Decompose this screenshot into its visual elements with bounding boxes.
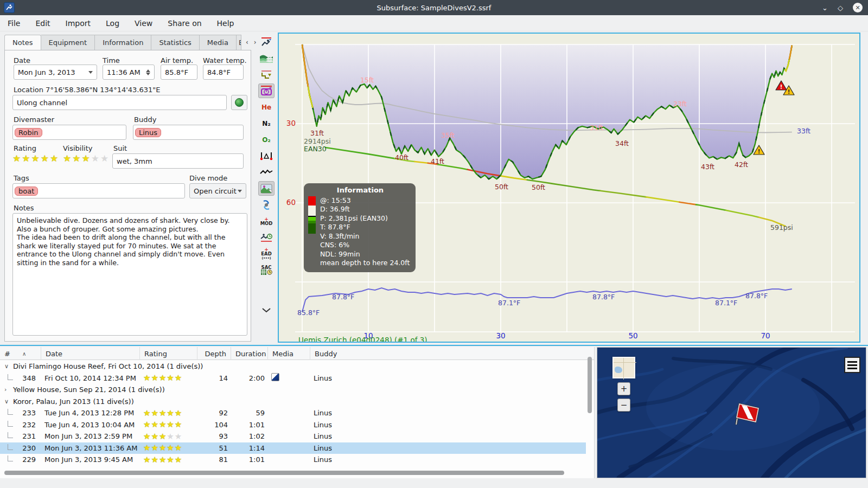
divemaster-tag[interactable]: Robin: [15, 128, 42, 137]
time-spinner-icon[interactable]: [146, 69, 150, 75]
airtemp-input[interactable]: 85.8°F: [161, 65, 197, 80]
location-label: Location 7°16'58.386"N 134°14'43.631"E: [14, 86, 160, 94]
trip-row[interactable]: ›Yellow House, Sun Sep 21, 2014 (1 dive(…: [0, 384, 586, 396]
tab-statistics[interactable]: Statistics: [151, 35, 199, 50]
buddy-tag[interactable]: Linus: [135, 128, 161, 137]
dive-row[interactable]: 233Tue Jun 4, 2013 12:28 PM★★★★★9259Linu…: [0, 407, 586, 419]
waves-button[interactable]: [258, 51, 275, 66]
dive-list-vertical-scrollbar[interactable]: [588, 357, 592, 413]
watertemp-input[interactable]: 84.8°F: [203, 65, 244, 80]
sac-button[interactable]: SAC: [258, 262, 275, 277]
menu-import[interactable]: Import: [58, 17, 98, 30]
col-header-depth[interactable]: Depth: [197, 347, 231, 360]
dc-reported-ceiling-button[interactable]: [258, 230, 275, 245]
divemode-select[interactable]: Open circuit: [189, 183, 246, 198]
calculated-ceiling-button[interactable]: [258, 67, 275, 82]
photos-button[interactable]: [258, 181, 275, 196]
map-zoom-out-button[interactable]: −: [617, 399, 630, 412]
dive-list-rows: ∨Divi Flamingo House Reef, Fri Oct 10, 2…: [0, 361, 586, 467]
dive-date: Fri Oct 10, 2014 12:34 PM: [41, 374, 140, 382]
chevron-down-icon: [88, 71, 93, 74]
col-header-number[interactable]: #∧: [0, 347, 41, 360]
menu-help[interactable]: Help: [209, 17, 242, 30]
dive-row[interactable]: 348Fri Oct 10, 2014 12:34 PM★★★★★142:00L…: [0, 373, 586, 384]
gas-switch-button[interactable]: [258, 197, 275, 212]
map-zoom-in-button[interactable]: +: [617, 382, 630, 395]
collapse-icon[interactable]: ∨: [4, 398, 10, 405]
menu-log[interactable]: Log: [98, 17, 127, 30]
dive-row[interactable]: 229Mon Jun 3, 2013 9:45 AM★★★★★811:01Lin…: [0, 454, 586, 466]
dive-buddy: Linus: [310, 421, 586, 429]
minimize-icon[interactable]: ⌄: [822, 4, 828, 12]
trip-row[interactable]: ∨Divi Flamingo House Reef, Fri Oct 10, 2…: [0, 361, 586, 373]
date-select[interactable]: Mon Jun 3, 2013: [14, 65, 97, 80]
menu-edit[interactable]: Edit: [28, 17, 58, 30]
svg-text:87.1°F: 87.1°F: [715, 299, 737, 307]
ead-button[interactable]: +EAD(•••): [258, 246, 275, 261]
col-header-rating[interactable]: Rating: [140, 347, 197, 360]
divemaster-input[interactable]: Robin: [12, 125, 126, 140]
media-photo-icon[interactable]: [271, 373, 279, 381]
expand-icon[interactable]: ›: [4, 386, 10, 393]
svg-text:42ft: 42ft: [735, 160, 748, 169]
tts-ceiling-button[interactable]: [258, 84, 275, 98]
ruler-button[interactable]: [258, 149, 275, 163]
heartrate-button[interactable]: [258, 165, 275, 179]
collapse-icon[interactable]: ∨: [4, 363, 10, 370]
info-box-row: P: 2,381psi (EAN30): [320, 214, 411, 223]
col-header-date[interactable]: Date: [41, 347, 140, 360]
buddy-label: Buddy: [134, 115, 156, 124]
visibility-stars[interactable]: ★★★★★: [63, 153, 110, 164]
dive-row[interactable]: 231Mon Jun 3, 2013 2:59 PM★★★★★931:02Lin…: [0, 431, 586, 442]
map-menu-button[interactable]: [844, 357, 860, 373]
oxygen-button[interactable]: O₂: [258, 132, 275, 147]
info-box-title: Information: [309, 186, 411, 195]
dive-duration: 2:00: [231, 374, 268, 382]
time-input[interactable]: 11:36 AM: [103, 65, 155, 80]
col-header-duration[interactable]: Duration: [231, 347, 268, 360]
svg-text:!: !: [788, 89, 790, 95]
tab-extra-info[interactable]: E: [237, 35, 241, 50]
svg-text:34ft: 34ft: [615, 139, 629, 147]
dive-list-horizontal-scrollbar[interactable]: [4, 471, 564, 475]
splitter[interactable]: [0, 345, 868, 346]
tab-scroll-left-icon[interactable]: ‹: [246, 38, 248, 46]
dive-row-selected[interactable]: 230Mon Jun 3, 2013 11:36 AM★★★★★511:14Li…: [0, 442, 586, 454]
col-header-buddy[interactable]: Buddy: [310, 347, 594, 360]
col-header-media[interactable]: Media: [268, 347, 310, 360]
dive-profile-chart[interactable]: 10305070306015ft31ft2914psiEAN3040ft41ft…: [278, 33, 860, 343]
info-box-row: mean depth to here 24.0ft: [320, 259, 411, 268]
svg-text:Uemis Zurich (e04d0248) (#1 of: Uemis Zurich (e04d0248) (#1 of 3): [298, 336, 427, 342]
tag-boat[interactable]: boat: [15, 187, 38, 196]
info-box-row: D: 36.9ft: [320, 205, 411, 214]
close-icon[interactable]: ✕: [853, 3, 863, 12]
svg-text:41ft: 41ft: [431, 157, 444, 165]
dive-row[interactable]: 232Tue Jun 4, 2013 10:04 AM★★★★★1041:01L…: [0, 419, 586, 431]
date-label: Date: [14, 56, 30, 65]
dive-number: 233: [22, 409, 36, 417]
tab-media[interactable]: Media: [200, 35, 237, 50]
nitrogen-button[interactable]: N₂: [258, 116, 275, 131]
notes-textarea[interactable]: Unbelievable dive. Dozens and dozens of …: [12, 213, 247, 336]
rating-stars[interactable]: ★★★★★: [12, 153, 59, 164]
tab-equipment[interactable]: Equipment: [41, 35, 95, 50]
buddy-input[interactable]: Linus: [133, 125, 244, 140]
menu-share-on[interactable]: Share on: [160, 17, 209, 30]
tab-notes[interactable]: Notes: [4, 35, 41, 50]
menu-view[interactable]: View: [127, 17, 160, 30]
menu-file[interactable]: File: [0, 17, 28, 30]
tags-input[interactable]: boat: [12, 183, 185, 198]
helium-button[interactable]: He: [258, 100, 275, 114]
svg-text:!: !: [758, 149, 761, 155]
dive-site-map[interactable]: + −: [597, 347, 866, 478]
trip-row[interactable]: ∨Koror, Palau, Jun 2013 (11 dive(s)): [0, 396, 586, 408]
maximize-icon[interactable]: ◇: [838, 4, 843, 12]
mod-button[interactable]: +MOD: [258, 214, 275, 228]
location-input[interactable]: Ulong channel: [12, 95, 227, 110]
dive-date: Tue Jun 4, 2013 10:04 AM: [41, 421, 140, 429]
suit-input[interactable]: wet, 3mm: [112, 153, 244, 169]
dc-ceiling-button[interactable]: [258, 35, 275, 49]
tab-information[interactable]: Information: [95, 35, 151, 50]
toolbar-collapse-button[interactable]: [258, 303, 275, 317]
location-globe-button[interactable]: [231, 95, 247, 110]
